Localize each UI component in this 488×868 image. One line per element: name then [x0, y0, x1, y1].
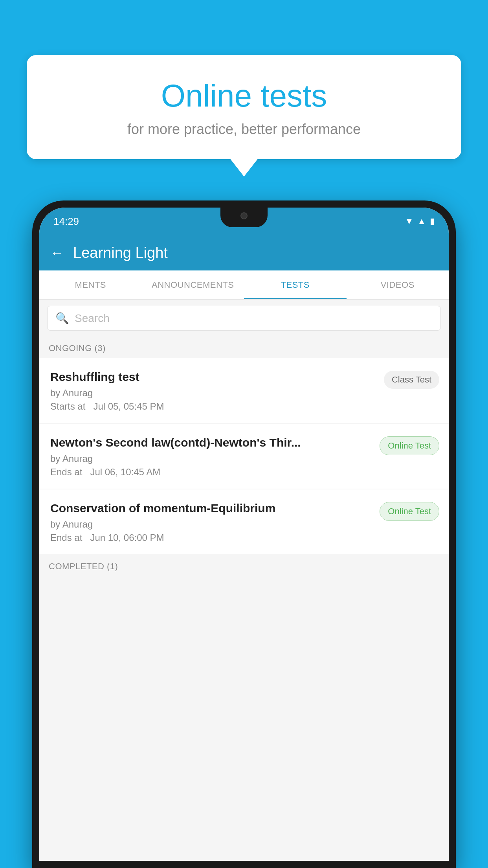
bubble-title: Online tests: [42, 79, 446, 113]
test-card-reshuffling[interactable]: Reshuffling test by Anurag Starts at Jul…: [39, 358, 449, 423]
search-bar[interactable]: 🔍 Search: [47, 306, 441, 331]
test-name-reshuffling: Reshuffling test: [50, 369, 378, 384]
tabs-container: MENTS ANNOUNCEMENTS TESTS VIDEOS: [39, 270, 449, 300]
search-container: 🔍 Search: [39, 300, 449, 337]
section-ongoing-header: ONGOING (3): [39, 337, 449, 358]
test-card-conservation[interactable]: Conservation of momentum-Equilibrium by …: [39, 489, 449, 554]
section-completed-header: COMPLETED (1): [39, 555, 449, 576]
test-info-conservation: Conservation of momentum-Equilibrium by …: [50, 500, 380, 543]
back-button[interactable]: ←: [50, 245, 64, 261]
tab-announcements[interactable]: ANNOUNCEMENTS: [142, 270, 244, 299]
battery-icon: ▮: [430, 216, 435, 226]
test-author-newtons: by Anurag: [50, 453, 373, 464]
phone-screen: 14:29 ▼ ▲ ▮ ← Learning Light MENTS ANNOU…: [39, 208, 449, 861]
test-date-reshuffling: Starts at Jul 05, 05:45 PM: [50, 401, 378, 412]
test-badge-reshuffling: Class Test: [384, 371, 439, 389]
notch: [220, 208, 268, 227]
test-author-conservation: by Anurag: [50, 519, 373, 530]
content-area: ONGOING (3) Reshuffling test by Anurag S…: [39, 337, 449, 861]
promo-bubble: Online tests for more practice, better p…: [27, 55, 461, 159]
wifi-icon: ▼: [405, 216, 413, 226]
status-time: 14:29: [53, 215, 79, 228]
test-date-conservation: Ends at Jun 10, 06:00 PM: [50, 532, 373, 543]
test-badge-conservation: Online Test: [380, 502, 439, 521]
camera: [240, 212, 248, 219]
test-info-newtons: Newton's Second law(contd)-Newton's Thir…: [50, 435, 380, 478]
tab-tests[interactable]: TESTS: [244, 270, 347, 299]
app-bar: ← Learning Light: [39, 235, 449, 270]
test-name-conservation: Conservation of momentum-Equilibrium: [50, 500, 373, 516]
test-badge-newtons: Online Test: [380, 436, 439, 455]
test-card-newtons[interactable]: Newton's Second law(contd)-Newton's Thir…: [39, 424, 449, 489]
tab-ments[interactable]: MENTS: [39, 270, 142, 299]
tab-videos[interactable]: VIDEOS: [347, 270, 449, 299]
test-name-newtons: Newton's Second law(contd)-Newton's Thir…: [50, 435, 373, 450]
test-author-reshuffling: by Anurag: [50, 388, 378, 399]
phone-frame: 14:29 ▼ ▲ ▮ ← Learning Light MENTS ANNOU…: [32, 200, 456, 868]
app-title: Learning Light: [73, 245, 168, 261]
search-icon: 🔍: [55, 312, 69, 325]
test-date-newtons: Ends at Jul 06, 10:45 AM: [50, 467, 373, 478]
search-placeholder: Search: [75, 312, 110, 325]
status-icons: ▼ ▲ ▮: [405, 216, 435, 226]
test-info-reshuffling: Reshuffling test by Anurag Starts at Jul…: [50, 369, 384, 412]
signal-icon: ▲: [417, 216, 426, 226]
status-bar: 14:29 ▼ ▲ ▮: [39, 208, 449, 235]
bubble-subtitle: for more practice, better performance: [42, 121, 446, 138]
